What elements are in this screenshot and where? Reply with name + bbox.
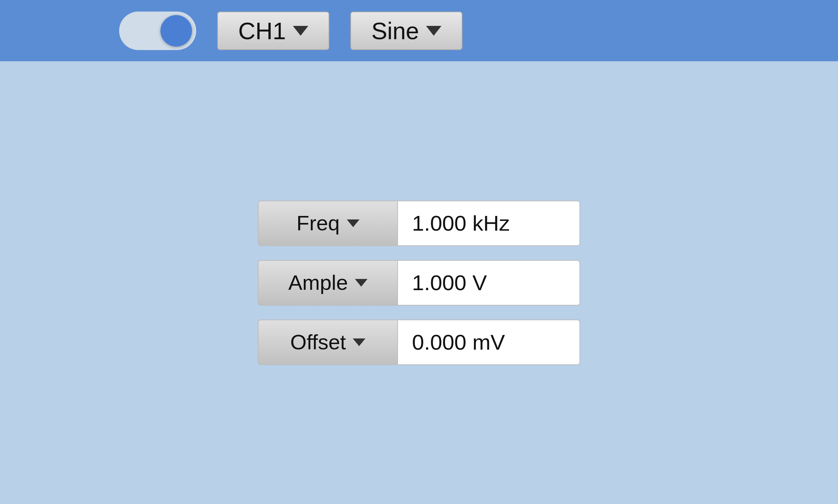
freq-row: Freq 1.000 kHz (258, 201, 580, 246)
offset-label: Offset (290, 330, 346, 354)
ample-value-display: 1.000 V (398, 260, 580, 306)
freq-value-text: 1.000 kHz (412, 211, 510, 236)
freq-value-display: 1.000 kHz (398, 201, 580, 246)
channel-dropdown-arrow-icon (293, 26, 308, 36)
offset-value-display: 0.000 mV (398, 320, 580, 365)
header-bar: CH1 Sine (0, 0, 838, 61)
freq-label: Freq (296, 211, 339, 235)
ample-dropdown-arrow-icon (355, 279, 368, 287)
offset-value-text: 0.000 mV (412, 330, 505, 355)
toggle-thumb (160, 15, 192, 47)
ample-label: Ample (288, 271, 348, 295)
freq-dropdown-arrow-icon (347, 219, 359, 227)
freq-dropdown[interactable]: Freq (258, 201, 398, 246)
waveform-dropdown[interactable]: Sine (350, 12, 462, 50)
waveform-label: Sine (371, 17, 419, 44)
ample-row: Ample 1.000 V (258, 260, 580, 306)
offset-dropdown[interactable]: Offset (258, 320, 398, 365)
main-content: Freq 1.000 kHz Ample 1.000 V Offset 0.00… (0, 61, 838, 504)
offset-dropdown-arrow-icon (353, 338, 365, 346)
channel-label: CH1 (238, 17, 286, 44)
channel-toggle[interactable] (119, 12, 196, 50)
ample-dropdown[interactable]: Ample (258, 260, 398, 306)
ample-value-text: 1.000 V (412, 270, 487, 295)
channel-dropdown[interactable]: CH1 (217, 12, 329, 50)
waveform-dropdown-arrow-icon (426, 26, 441, 36)
offset-row: Offset 0.000 mV (258, 320, 580, 365)
